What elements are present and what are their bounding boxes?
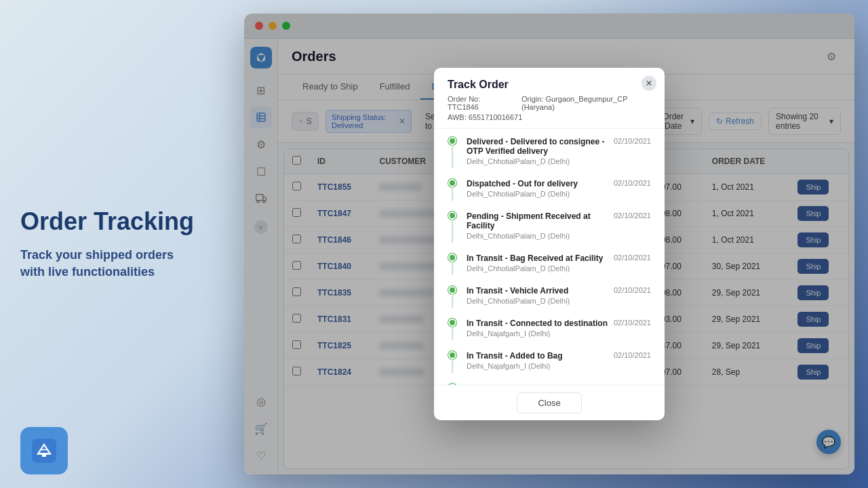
timeline-line [452,294,453,308]
timeline-date: 02/10/2021 [614,319,651,327]
timeline-content: In Transit - Connected to destination De… [467,319,608,340]
bottom-app-logo [20,427,68,474]
timeline-dot [448,319,456,327]
timeline-dot [448,211,456,220]
timeline-item: In Transit - Added to Bag Delhi_Najafgar… [448,351,651,373]
main-window: ⊞ ⚙ ☐ › ◎ 🛒 ♡ Orders ⚙ [244,14,854,474]
timeline-line [452,262,453,275]
timeline: Delivered - Delivered to consignee - OTP… [434,129,665,385]
timeline-line [452,359,453,373]
timeline-date: 02/10/2021 [614,179,651,187]
timeline-item: Delivered - Delivered to consignee - OTP… [448,137,651,168]
modal-close-button[interactable]: ✕ [642,76,656,91]
timeline-status: In Transit - Bag Received at Facility [467,253,608,263]
timeline-status: Pending - Shipment Received at Facility [467,211,608,230]
timeline-item: Dispatched - Out for delivery Delhi_Chho… [448,179,651,201]
timeline-content: In Transit - Shipment Received at Facili… [467,384,608,385]
timeline-location: Delhi_ChhotialPalam_D (Delhi) [467,297,608,305]
svg-rect-8 [32,439,56,463]
timeline-date: 02/10/2021 [614,137,651,145]
timeline-left [448,384,457,385]
modal-origin: Origin: Gurgaon_Begumpur_CP (Haryana) [521,95,651,111]
timeline-date: 02/10/2021 [614,351,651,359]
timeline-status: In Transit - Shipment Received at Facili… [467,384,608,385]
close-modal-button[interactable]: Close [517,392,581,413]
timeline-left [448,319,457,340]
timeline-status: In Transit - Added to Bag [467,351,608,361]
modal-footer: Close [434,385,665,420]
timeline-content: Dispatched - Out for delivery Delhi_Chho… [467,179,608,201]
timeline-date: 02/10/2021 [614,286,651,294]
timeline-line [452,220,453,243]
timeline-status: In Transit - Vehicle Arrived [467,286,608,296]
timeline-status: Dispatched - Out for delivery [467,179,608,188]
timeline-left [448,253,457,275]
timeline-location: Delhi_Najafgarh_I (Delhi) [467,329,608,338]
left-panel: Order Tracking Track your shipped orders… [0,180,244,308]
timeline-status: Delivered - Delivered to consignee - OTP… [467,137,608,156]
timeline-left [448,286,457,308]
timeline-line [452,145,453,168]
modal-awb: AWB: 6551710016671 [448,113,651,121]
timeline-date: 02/10/2021 [614,384,651,385]
timeline-line [452,327,453,340]
timeline-location: Delhi_ChhotialPalam_D (Delhi) [467,190,608,198]
timeline-dot [448,384,456,385]
modal-awb-label: AWB: 6551710016671 [448,113,522,121]
timeline-date: 02/10/2021 [614,253,651,262]
timeline-item: Pending - Shipment Received at Facility … [448,211,651,243]
timeline-item: In Transit - Bag Received at Facility De… [448,253,651,275]
timeline-left [448,351,457,373]
modal-header: Track Order Order No: TTC1846 Origin: Gu… [434,68,665,129]
timeline-location: Delhi_Najafgarh_I (Delhi) [467,362,608,370]
timeline-line [452,187,453,201]
timeline-dot [448,137,456,145]
timeline-location: Delhi_ChhotialPalam_D (Delhi) [467,264,608,272]
timeline-item: In Transit - Connected to destination De… [448,319,651,340]
timeline-content: Delivered - Delivered to consignee - OTP… [467,137,608,168]
timeline-dot [448,351,456,359]
timeline-date: 02/10/2021 [614,211,651,220]
timeline-item: In Transit - Shipment Received at Facili… [448,384,651,385]
timeline-dot [448,286,456,294]
timeline-dot [448,253,456,262]
timeline-location: Delhi_ChhotialPalam_D (Delhi) [467,232,608,240]
timeline-content: Pending - Shipment Received at Facility … [467,211,608,243]
timeline-dot [448,179,456,187]
timeline-content: In Transit - Vehicle Arrived Delhi_Chhot… [467,286,608,308]
timeline-status: In Transit - Connected to destination [467,319,608,328]
timeline-content: In Transit - Added to Bag Delhi_Najafgar… [467,351,608,373]
modal-order-no: Order No: TTC1846 [448,95,508,111]
timeline-content: In Transit - Bag Received at Facility De… [467,253,608,275]
modal-overlay[interactable]: Track Order Order No: TTC1846 Origin: Gu… [244,14,854,474]
app-title: Order Tracking [20,207,224,236]
timeline-left [448,211,457,243]
modal-meta: Order No: TTC1846 Origin: Gurgaon_Begump… [448,95,651,111]
modal-title: Track Order [448,79,651,91]
svg-rect-9 [42,454,46,458]
timeline-left [448,179,457,201]
app-subtitle: Track your shipped orderswith live funct… [20,247,224,281]
timeline-item: In Transit - Vehicle Arrived Delhi_Chhot… [448,286,651,308]
track-order-modal: Track Order Order No: TTC1846 Origin: Gu… [434,68,665,420]
timeline-left [448,137,457,168]
timeline-location: Delhi_ChhotialPalam_D (Delhi) [467,157,608,165]
